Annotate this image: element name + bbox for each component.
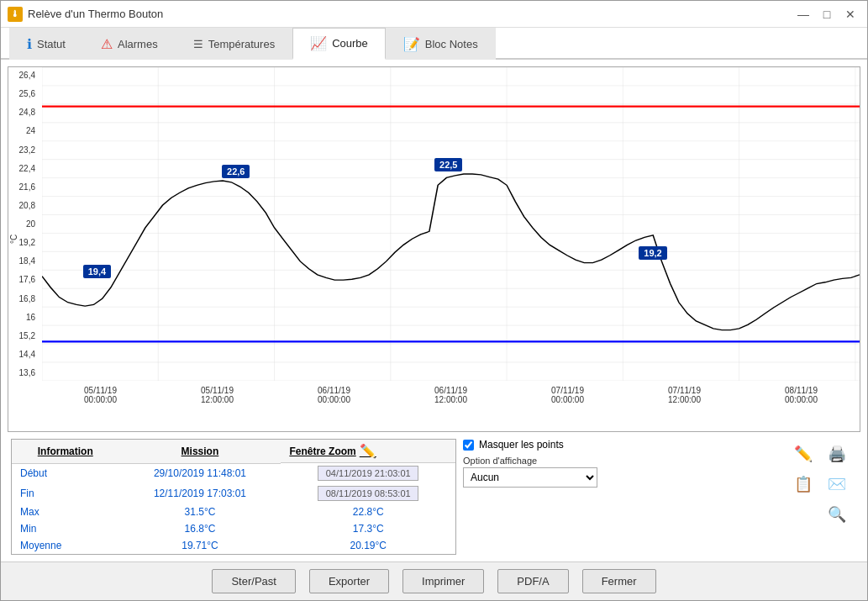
mission-debut: 29/10/2019 11:48:01 xyxy=(119,463,281,483)
y-label-8: 20 xyxy=(12,219,39,229)
y-label-11: 17,6 xyxy=(12,275,39,284)
y-label-15: 14,4 xyxy=(12,350,39,359)
col-zoom: Fenêtre Zoom ✏️ xyxy=(281,440,455,463)
x-label-3: 06/11/1912:00:00 xyxy=(434,386,467,404)
table-row-min: Min 16.8°C 17.3°C xyxy=(12,520,455,537)
right-controls: Masquer les points Option d'affichage Au… xyxy=(463,439,783,488)
masquer-checkbox[interactable] xyxy=(463,440,474,451)
statut-icon: ℹ xyxy=(27,36,32,52)
masquer-row: Masquer les points xyxy=(463,439,783,451)
exporter-button[interactable]: Exporter xyxy=(309,569,389,593)
tab-blocnotes[interactable]: 📝 Bloc Notes xyxy=(386,28,496,60)
y-label-7: 20,8 xyxy=(12,201,39,210)
info-table-box: Information Mission Fenêtre Zoom ✏️ Débu… xyxy=(11,439,456,555)
y-label-16: 13,6 xyxy=(12,368,39,377)
action-row-1: ✏️ 🖨️ xyxy=(790,442,850,466)
y-label-10: 18,4 xyxy=(12,256,39,266)
y-label-13: 16 xyxy=(12,313,39,322)
masquer-label: Masquer les points xyxy=(479,439,564,451)
courbe-icon: 📈 xyxy=(310,35,327,51)
print-button[interactable]: 🖨️ xyxy=(823,442,850,466)
table-row-fin: Fin 12/11/2019 17:03:01 xyxy=(12,483,455,503)
minimize-button[interactable]: — xyxy=(793,6,813,23)
zoom-fin-cell xyxy=(281,483,455,503)
chart-label-192: 19,2 xyxy=(639,246,666,260)
temperature-curve xyxy=(42,174,860,330)
tab-blocnotes-label: Bloc Notes xyxy=(425,38,478,50)
tab-temperatures-label: Températures xyxy=(208,38,275,50)
title-bar-left: 🌡 Relève d'un Thermo Bouton xyxy=(8,7,163,22)
fermer-button[interactable]: Fermer xyxy=(582,569,656,593)
option-select[interactable]: Aucun xyxy=(463,467,597,488)
y-axis: 26,4 25,6 24,8 24 23,2 22,4 21,6 20,8 20… xyxy=(8,67,42,381)
table-row-debut: Début 29/10/2019 11:48:01 xyxy=(12,463,455,483)
email-button[interactable]: ✉️ xyxy=(823,472,850,496)
bottom-panel: Information Mission Fenêtre Zoom ✏️ Débu… xyxy=(4,435,864,558)
chart-svg xyxy=(42,67,860,381)
y-label-4: 23,2 xyxy=(12,145,39,155)
imprimer-button[interactable]: Imprimer xyxy=(402,569,484,593)
label-moyenne: Moyenne xyxy=(12,537,119,554)
col-zoom-label: Fenêtre Zoom xyxy=(289,445,355,457)
tab-courbe[interactable]: 📈 Courbe xyxy=(292,28,386,60)
zoom-button[interactable]: 🔍 xyxy=(823,503,850,526)
zoom-min: 17.3°C xyxy=(281,520,455,537)
action-row-2: 📋 ✉️ xyxy=(790,472,850,496)
y-label-12: 16,8 xyxy=(12,294,39,303)
mission-moyenne: 19.71°C xyxy=(119,537,281,554)
tabs-bar: ℹ Statut ⚠ Alarmes ☰ Températures 📈 Cour… xyxy=(1,28,867,60)
title-controls: — □ ✕ xyxy=(793,6,860,23)
app-icon: 🌡 xyxy=(8,7,23,22)
mission-fin: 12/11/2019 17:03:01 xyxy=(119,483,281,503)
x-label-5: 07/11/1912:00:00 xyxy=(668,386,701,404)
x-label-1: 05/11/1912:00:00 xyxy=(201,386,234,404)
copy-button[interactable]: 📋 xyxy=(790,472,817,496)
info-table: Information Mission Fenêtre Zoom ✏️ Débu… xyxy=(12,440,455,554)
x-label-4: 07/11/1900:00:00 xyxy=(551,386,584,404)
mission-min: 16.8°C xyxy=(119,520,281,537)
y-axis-unit: °C xyxy=(9,235,18,244)
main-content: 26,4 25,6 24,8 24 23,2 22,4 21,6 20,8 20… xyxy=(1,60,867,561)
close-button[interactable]: ✕ xyxy=(840,6,860,23)
temperatures-icon: ☰ xyxy=(193,38,203,50)
chart-label-226: 22,6 xyxy=(222,165,250,178)
col-mission: Mission xyxy=(119,440,281,463)
label-min: Min xyxy=(12,520,119,537)
y-label-1: 25,6 xyxy=(12,89,39,98)
y-label-14: 15,2 xyxy=(12,331,39,340)
tab-statut[interactable]: ℹ Statut xyxy=(9,28,83,60)
zoom-debut-input[interactable] xyxy=(318,466,418,481)
chart-inner: 19,4 22,6 22,5 19,2 xyxy=(42,67,860,381)
chart-area: 26,4 25,6 24,8 24 23,2 22,4 21,6 20,8 20… xyxy=(8,66,860,432)
tab-courbe-label: Courbe xyxy=(332,37,368,50)
action-icons: ✏️ 🖨️ 📋 ✉️ 🔍 xyxy=(790,439,857,526)
x-label-0: 05/11/1900:00:00 xyxy=(84,386,117,404)
footer-buttons: Ster/Past Exporter Imprimer PDF/A Fermer xyxy=(1,561,867,600)
maximize-button[interactable]: □ xyxy=(817,6,837,23)
col-information: Information xyxy=(12,440,119,463)
chart-label-225: 22,5 xyxy=(434,158,462,171)
chart-label-194: 19,4 xyxy=(83,265,111,278)
tab-temperatures[interactable]: ☰ Températures xyxy=(176,28,292,60)
mission-max: 31.5°C xyxy=(119,503,281,520)
option-label: Option d'affichage xyxy=(463,456,783,466)
alarmes-icon: ⚠ xyxy=(101,36,113,52)
ster-past-button[interactable]: Ster/Past xyxy=(212,569,295,593)
title-bar: 🌡 Relève d'un Thermo Bouton — □ ✕ xyxy=(1,1,867,28)
zoom-max: 22.8°C xyxy=(281,503,455,520)
y-label-5: 22,4 xyxy=(12,164,39,173)
edit-zoom-button[interactable]: ✏️ xyxy=(360,443,376,459)
pdfa-button[interactable]: PDF/A xyxy=(497,569,568,593)
zoom-fin-input[interactable] xyxy=(318,486,418,501)
tab-alarmes[interactable]: ⚠ Alarmes xyxy=(83,28,176,60)
tab-alarmes-label: Alarmes xyxy=(118,38,158,50)
option-select-row: Option d'affichage Aucun xyxy=(463,456,783,488)
action-row-3: 🔍 xyxy=(823,503,850,526)
y-label-6: 21,6 xyxy=(12,182,39,192)
pen-button[interactable]: ✏️ xyxy=(790,442,817,466)
label-max: Max xyxy=(12,503,119,520)
table-row-max: Max 31.5°C 22.8°C xyxy=(12,503,455,520)
x-label-2: 06/11/1900:00:00 xyxy=(318,386,350,404)
table-row-moyenne: Moyenne 19.71°C 20.19°C xyxy=(12,537,455,554)
x-axis: 05/11/1900:00:00 05/11/1912:00:00 06/11/… xyxy=(42,381,860,431)
